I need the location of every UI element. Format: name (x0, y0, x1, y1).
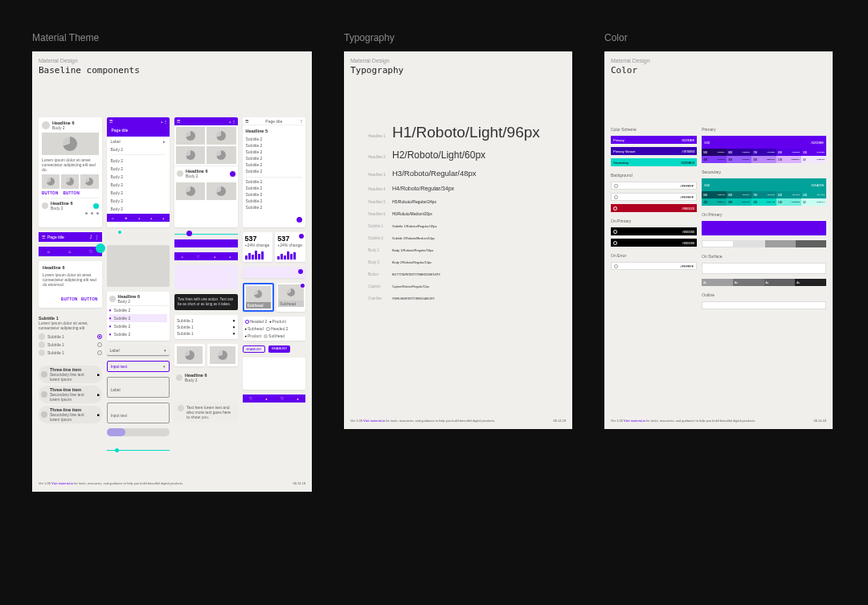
home-icon[interactable]: ⌂ (68, 249, 71, 254)
typography-scale-row: Headline 1H1/Roboto/Light/96px (368, 124, 566, 141)
tone-swatch: 900#005457 (702, 191, 727, 198)
tone-swatch: 500#01A299 (801, 191, 826, 198)
swatch-background: #FFFFFF (611, 182, 697, 190)
panel-title-typography: Typography (344, 32, 572, 43)
panel-subtitle: Baseline components (39, 65, 305, 76)
sheet (243, 358, 306, 390)
panel-subtitle: Typography (350, 65, 566, 76)
list-item[interactable]: Three-line itemSecondary line text lorem… (39, 386, 102, 403)
chip[interactable]: ENABLED (268, 345, 290, 353)
footer-link[interactable]: Visit material.io (624, 419, 645, 423)
slider[interactable] (107, 428, 170, 436)
text-field-outlined[interactable]: Input text▾ (107, 361, 170, 372)
pie-icon (254, 290, 262, 298)
tone-swatch: 100#70EFDE (776, 198, 801, 206)
swatch-secondary: Secondary#03DAC6 (611, 158, 697, 166)
pie-icon (47, 178, 55, 186)
chip[interactable]: ENABLED (243, 345, 266, 353)
typography-panel: Material Design Typography Headline 1H1/… (344, 51, 572, 429)
share-icon[interactable] (91, 212, 93, 215)
panel-header: Material Design (350, 58, 566, 63)
swatch-on-error: #FFFFFF (611, 262, 697, 270)
swatch-surface: #FFFFFF (611, 193, 697, 201)
text-field-outlined-gray[interactable]: Input text (107, 403, 170, 423)
typography-scale-row: Headline 3H3/Roboto/Regular/48px (368, 169, 566, 178)
tabs: ⌂♡⬥⬥ (174, 252, 238, 260)
on-surface-sample (702, 263, 826, 274)
heart-icon[interactable]: ♡ (89, 249, 92, 254)
typography-scale-row: OverlineOVERLINE/ROBOTO/REGULAR/10PX (368, 296, 566, 300)
divider (107, 443, 170, 444)
text-field-outlined-gray[interactable]: Label (107, 377, 170, 398)
dialog-button[interactable]: BUTTON (61, 297, 77, 301)
typography-scale-row: ButtonBUTTON/ROBOTO/MEDIUM/14PX (368, 272, 566, 276)
footer-link[interactable]: Visit material.io (363, 419, 385, 423)
tone-swatch: 50#F2E7FE (801, 156, 826, 163)
tone-swatch-main: 500#01A299 (702, 178, 826, 191)
banner-small (243, 267, 306, 278)
panel-title-color: Color (604, 32, 833, 43)
pie-icon (186, 131, 195, 141)
progress-linear (107, 450, 170, 451)
tone-swatch: 300#985EFF (727, 156, 751, 163)
card-button[interactable]: BUTTON (42, 191, 58, 195)
selection-controls: Headed 2 ♥Product ♥Subhead Headed 2 ♥Pro… (243, 317, 306, 341)
search-icon[interactable]: ⌕ (47, 249, 50, 254)
more-icon[interactable]: ⋮ (95, 235, 99, 239)
typography-scale-row: Body 2Body 2/Roboto/Regular/14px (368, 260, 566, 264)
more-icon[interactable] (96, 212, 99, 215)
typography-scale-row: Headline 2H2/Roboto/Light/60px (368, 149, 566, 161)
tone-swatch-main: 500#6200EE (702, 136, 826, 149)
footer-link[interactable]: Visit material.io (51, 481, 73, 485)
image-card[interactable]: Subhead (276, 283, 305, 312)
menu-icon[interactable]: ☰ (42, 235, 45, 239)
dialog-button[interactable]: BUTTON (81, 297, 97, 301)
tone-swatch: 900#23036A (702, 149, 727, 156)
text-field-filled[interactable]: Label▾ (107, 345, 170, 356)
typography-scale-row: Headline 5H5/Roboto/Regular/24px (368, 199, 566, 204)
footer: Ver 1.00 Visit material.io for tools, re… (39, 481, 305, 485)
stat-card: 537 +24% change (275, 232, 305, 262)
card-small (174, 344, 205, 366)
swatch-on-secondary: #000000 (611, 227, 697, 235)
pie-icon (216, 131, 226, 141)
list-item[interactable]: Three-line itemSecondary line text lorem… (39, 366, 102, 383)
tone-swatch: 800#017374 (727, 191, 751, 198)
tone-swatch: 800#30009C (727, 149, 751, 156)
footer: Ver 1.00 Visit material.io for tools, re… (350, 419, 566, 423)
pie-icon (218, 350, 227, 360)
tone-swatch: 600#019592 (776, 191, 801, 198)
share-icon[interactable]: ⤴ (90, 235, 92, 239)
swatch-primary: Primary#6200EE (611, 136, 697, 144)
card-button[interactable]: BUTTON (63, 191, 79, 195)
pie-icon (216, 186, 226, 196)
tone-swatch: 400#7F39FB (702, 156, 727, 163)
pie-icon (186, 150, 195, 160)
app-bar-bottom (174, 239, 238, 247)
heart-icon[interactable] (85, 212, 88, 215)
tone-swatch: 200#03DAC5 (751, 198, 776, 206)
typography-scale-row: Body 1Body 1/Roboto/Regular/16px (368, 248, 566, 252)
list-item[interactable]: Three-line itemSecondary line text lorem… (39, 406, 102, 423)
pie-icon (63, 137, 77, 151)
material-components-panel: Material Design Baseline components Head… (32, 51, 312, 492)
list-component: ☰Page title⋮ Headline 5 Subtitle 2 Subti… (243, 117, 306, 227)
tone-swatch: 500#6200EE (801, 149, 826, 156)
pie-icon (287, 288, 295, 296)
image-card-selected[interactable]: Subhead (243, 283, 275, 312)
pie-icon (185, 350, 194, 360)
banner (174, 265, 238, 289)
tone-swatch: 400#00B3A6 (702, 198, 727, 206)
panel-header: Material Design (39, 58, 305, 63)
stat-card: 537 +24% change (243, 232, 273, 262)
on-primary-sample (702, 221, 826, 235)
typography-scale-row: Headline 4H4/Roboto/Regular/34px (368, 186, 566, 191)
panel-subtitle: Color (611, 65, 826, 76)
snackbar: Two lines with one action. Text can be a… (174, 294, 238, 310)
swatch-primary-variant: Primary Variant#3700B3 (611, 147, 697, 155)
pie-icon (66, 178, 74, 186)
panel-header: Material Design (611, 58, 826, 63)
app-bar: ☰Page title⤴⋮ (39, 232, 102, 242)
card-small (207, 344, 238, 366)
swatch-on-background: #000000 (611, 239, 697, 247)
